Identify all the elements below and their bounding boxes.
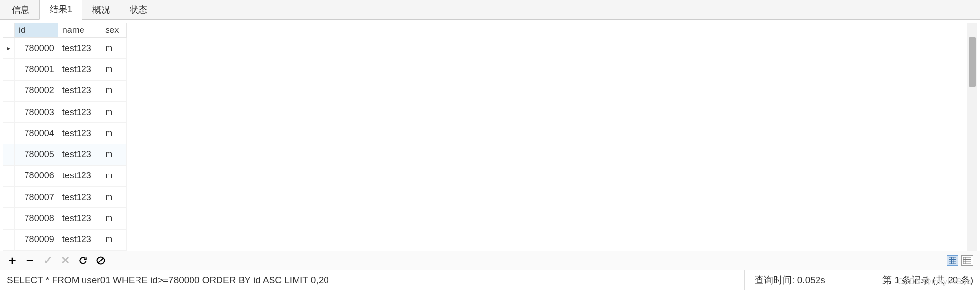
result-grid-area: id name sex ▸780000test123m780001test123… — [0, 20, 980, 251]
cell-id[interactable]: 780000 — [15, 38, 58, 59]
table-row[interactable]: 780001test123m — [3, 59, 127, 80]
row-marker — [3, 187, 15, 208]
cell-name[interactable]: test123 — [58, 38, 101, 59]
grid-view-button[interactable] — [947, 255, 958, 266]
row-marker — [3, 101, 15, 122]
cell-sex[interactable]: m — [101, 165, 127, 186]
row-marker — [3, 229, 15, 250]
row-marker — [3, 123, 15, 144]
cell-name[interactable]: test123 — [58, 165, 101, 186]
tab-status[interactable]: 状态 — [120, 0, 157, 20]
check-icon: ✓ — [43, 254, 52, 267]
plus-icon: + — [8, 256, 16, 265]
apply-button: ✓ — [42, 255, 53, 266]
cell-name[interactable]: test123 — [58, 80, 101, 101]
row-marker — [3, 80, 15, 101]
cell-sex[interactable]: m — [101, 187, 127, 208]
cell-id[interactable]: 780001 — [15, 59, 58, 80]
svg-line-1 — [98, 258, 103, 263]
refresh-icon — [78, 256, 88, 265]
table-row[interactable]: 780006test123m — [3, 165, 127, 186]
cell-name[interactable]: test123 — [58, 101, 101, 122]
vertical-scrollbar[interactable] — [967, 23, 977, 251]
row-marker — [3, 59, 15, 80]
table-row[interactable]: 780003test123m — [3, 101, 127, 122]
cell-id[interactable]: 780003 — [15, 101, 58, 122]
table-row[interactable]: 780009test123m — [3, 229, 127, 250]
row-marker: ▸ — [3, 38, 15, 59]
column-header-id[interactable]: id — [15, 23, 58, 38]
cell-name[interactable]: test123 — [58, 123, 101, 144]
cell-sex[interactable]: m — [101, 101, 127, 122]
row-marker — [3, 165, 15, 186]
cell-sex[interactable]: m — [101, 59, 127, 80]
status-bar: SELECT * FROM user01 WHERE id>=780000 OR… — [0, 270, 980, 290]
x-icon: ✕ — [61, 254, 70, 267]
cell-name[interactable]: test123 — [58, 187, 101, 208]
refresh-button[interactable] — [78, 255, 88, 266]
cell-name[interactable]: test123 — [58, 229, 101, 250]
stop-icon — [96, 256, 106, 265]
row-marker-header — [3, 23, 15, 38]
cell-id[interactable]: 780008 — [15, 208, 58, 229]
cell-name[interactable]: test123 — [58, 144, 101, 165]
grid-view-icon — [949, 257, 956, 264]
minus-icon: − — [26, 257, 34, 264]
form-view-button[interactable] — [961, 255, 973, 266]
stop-button[interactable] — [95, 255, 106, 266]
cell-id[interactable]: 780006 — [15, 165, 58, 186]
cell-id[interactable]: 780007 — [15, 187, 58, 208]
cell-sex[interactable]: m — [101, 80, 127, 101]
record-toolbar: + − ✓ ✕ — [0, 251, 980, 270]
query-time: 查询时间: 0.052s — [744, 270, 872, 290]
cell-name[interactable]: test123 — [58, 59, 101, 80]
column-header-sex[interactable]: sex — [101, 23, 127, 38]
svg-rect-7 — [963, 257, 971, 264]
grid-empty-area — [127, 23, 967, 251]
cell-id[interactable]: 780004 — [15, 123, 58, 144]
cell-sex[interactable]: m — [101, 144, 127, 165]
result-grid[interactable]: id name sex ▸780000test123m780001test123… — [3, 23, 127, 251]
cell-name[interactable]: test123 — [58, 208, 101, 229]
cancel-button: ✕ — [60, 255, 71, 266]
cell-sex[interactable]: m — [101, 123, 127, 144]
cell-sex[interactable]: m — [101, 208, 127, 229]
tabs-bar: 信息 结果1 概况 状态 — [0, 0, 980, 20]
cell-sex[interactable]: m — [101, 38, 127, 59]
table-row[interactable]: 780002test123m — [3, 80, 127, 101]
table-row[interactable]: 780007test123m — [3, 187, 127, 208]
cell-id[interactable]: 780005 — [15, 144, 58, 165]
svg-rect-2 — [949, 257, 956, 264]
column-header-name[interactable]: name — [58, 23, 101, 38]
row-marker — [3, 144, 15, 165]
scrollbar-thumb[interactable] — [969, 37, 976, 87]
tab-result1[interactable]: 结果1 — [39, 0, 82, 20]
tab-info[interactable]: 信息 — [2, 0, 39, 20]
sql-text: SELECT * FROM user01 WHERE id>=780000 OR… — [7, 275, 744, 286]
table-row[interactable]: 780005test123m — [3, 144, 127, 165]
cell-sex[interactable]: m — [101, 229, 127, 250]
row-marker — [3, 208, 15, 229]
cell-id[interactable]: 780002 — [15, 80, 58, 101]
delete-record-button[interactable]: − — [25, 255, 35, 266]
table-row[interactable]: ▸780000test123m — [3, 38, 127, 59]
cell-id[interactable]: 780009 — [15, 229, 58, 250]
tab-profile[interactable]: 概况 — [82, 0, 120, 20]
table-row[interactable]: 780004test123m — [3, 123, 127, 144]
add-record-button[interactable]: + — [7, 255, 18, 266]
table-row[interactable]: 780008test123m — [3, 208, 127, 229]
record-position: 第 1 条记录 (共 20 条) — [872, 270, 973, 290]
form-view-icon — [963, 257, 971, 264]
